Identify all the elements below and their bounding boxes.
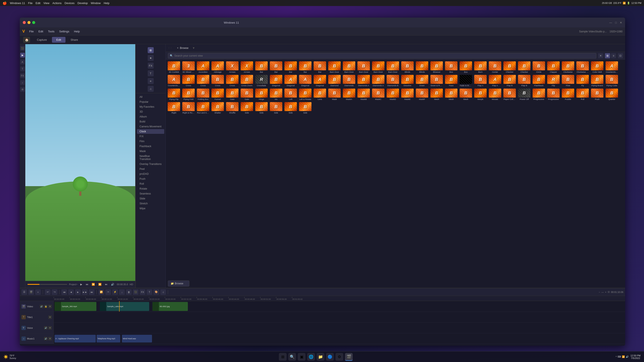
expand-button[interactable]: ⊡ — [618, 53, 623, 58]
transition-item-83[interactable]: BMorph — [474, 88, 487, 101]
transition-item-8[interactable]: BBar — [284, 61, 298, 73]
step-forward-button[interactable]: ⏩ — [98, 283, 102, 286]
add-button[interactable]: ＋ Browse — [175, 46, 190, 50]
transition-item-68[interactable]: BHinge — [254, 88, 268, 101]
search-box[interactable]: 🔍 — [168, 53, 596, 58]
minimize-button[interactable] — [28, 21, 30, 24]
transition-item-28[interactable]: BClockwise & Bal... — [576, 61, 590, 73]
transition-item-20[interactable]: BBox — [459, 61, 473, 73]
volume-button[interactable]: 🔊 — [110, 283, 115, 286]
transition-item-99[interactable]: BSide — [254, 102, 268, 114]
transition-item-70[interactable]: BLeft — [284, 88, 298, 101]
mac-menu-help[interactable]: Help — [104, 1, 110, 5]
transition-item-25[interactable]: BCircle — [532, 61, 546, 73]
transition-item-0[interactable]: B3D Confetti — [167, 61, 181, 73]
voice-track-content[interactable] — [54, 323, 625, 333]
transition-item-2[interactable]: AAccordion — [196, 61, 210, 73]
tl-forward-btn[interactable]: ►► — [82, 289, 88, 295]
transition-item-57[interactable]: RFlip — [546, 74, 560, 87]
app-menu-file[interactable]: File — [27, 29, 36, 34]
mac-menu-actions[interactable]: Actions — [52, 1, 62, 5]
tl-back-btn[interactable]: ◄ — [68, 289, 74, 295]
transition-item-44[interactable]: BDiamonds A — [357, 74, 370, 87]
transition-item-50[interactable]: BFace — [444, 74, 458, 87]
tl-audio-btn[interactable]: ♫ — [160, 289, 166, 295]
transition-item-78[interactable]: BMaskE — [400, 88, 414, 101]
close-button[interactable] — [23, 21, 26, 24]
transition-item-30[interactable]: ACounterclockwise — [605, 61, 619, 73]
video-expand-btn[interactable]: ▼ — [48, 305, 52, 308]
tl-delete-btn[interactable]: 🗑 — [126, 289, 132, 295]
mac-menu-window[interactable]: Window — [91, 1, 101, 5]
transition-item-7[interactable]: BBar — [269, 61, 283, 73]
taskbar-settings-btn[interactable]: ⚙ — [336, 353, 343, 361]
music-track-content[interactable]: A - Applause Cheering.mp3 Telephone Ring… — [54, 333, 625, 344]
transition-item-32[interactable]: BCross — [182, 74, 195, 87]
browse-button[interactable]: 📁 Browse — [168, 281, 189, 287]
transition-item-11[interactable]: BBarn Door — [328, 61, 341, 73]
home-button[interactable]: 🏠 — [23, 37, 30, 43]
category-newblue[interactable]: NewBlue Transition — [137, 154, 164, 161]
transition-item-31[interactable]: ACounterclockwi... — [167, 74, 181, 87]
sidebar-icon-star[interactable]: ★ — [148, 55, 154, 61]
mac-menu-develop[interactable]: Develop — [78, 1, 88, 5]
transition-item-47[interactable]: BDissolve — [400, 74, 414, 87]
tl-tracks-btn[interactable]: ☰ — [22, 289, 27, 295]
transition-item-80[interactable]: BMesh — [430, 88, 444, 101]
category-push[interactable]: Push — [137, 176, 164, 181]
transition-item-81[interactable]: BMesh — [444, 88, 458, 101]
tab-capture[interactable]: Capture — [33, 37, 51, 43]
transition-item-52[interactable]: BFlap A — [474, 74, 487, 87]
transition-item-95[interactable]: BRun and Stop — [196, 102, 210, 114]
tl-skip-end-btn[interactable]: ⏭ — [89, 289, 94, 295]
transition-item-37[interactable]: RCrossfade — [254, 74, 268, 87]
transition-item-85[interactable]: BPaper Collage — [503, 88, 516, 101]
music-clip-1[interactable]: Telephone Ring.mp3 — [96, 335, 120, 343]
transition-item-45[interactable]: BDiamonds A — [371, 74, 385, 87]
step-back-button[interactable]: ⏪ — [91, 283, 96, 286]
maximize-button[interactable] — [32, 21, 35, 24]
category-album[interactable]: Album — [137, 114, 164, 119]
app-menu-settings[interactable]: Settings — [57, 29, 72, 34]
apple-menu[interactable]: 🍎 — [2, 1, 7, 5]
transition-item-66[interactable]: BGate — [226, 88, 239, 101]
audio-icon[interactable]: ♪ — [20, 80, 25, 85]
voice-expand-btn[interactable]: ▼ — [48, 326, 52, 330]
title-expand-btn[interactable]: ▼ — [48, 316, 52, 319]
transition-item-88[interactable]: BProgressive — [546, 88, 560, 101]
tl-text-btn[interactable]: T — [146, 289, 152, 295]
fx2-icon[interactable]: FX — [20, 73, 25, 78]
skip-start-button[interactable]: ⏮ — [85, 283, 89, 286]
tl-video-btn[interactable]: 🎬 — [28, 289, 34, 295]
systray-keyboard[interactable]: ⌨ — [618, 355, 621, 358]
sidebar-icon-fx[interactable]: FX — [148, 63, 154, 69]
tab-edit[interactable]: Edit — [52, 37, 65, 43]
sidebar-icon-text[interactable]: T — [148, 70, 154, 76]
music-expand-btn[interactable]: ▼ — [48, 337, 52, 340]
transition-item-48[interactable]: BDown — [415, 74, 429, 87]
tl-loop-btn[interactable]: 🔁 — [98, 289, 104, 295]
transition-item-15[interactable]: BBarn Door — [386, 61, 400, 73]
transition-item-59[interactable]: BFly — [576, 74, 590, 87]
category-wipe[interactable]: Wipe — [137, 206, 164, 211]
transition-item-71[interactable]: BLeft & Rotate — [298, 88, 312, 101]
transition-item-29[interactable]: BColor Melt — [590, 61, 604, 73]
category-roll[interactable]: Roll — [137, 181, 164, 186]
video-clip-2[interactable]: BG-B02.jpg — [152, 302, 188, 311]
category-prodad[interactable]: proDAD — [137, 172, 164, 176]
transition-item-86[interactable]: BPower Off — [517, 88, 531, 101]
systray-volume[interactable]: 🔊 — [626, 355, 629, 358]
systray-arrow[interactable]: ^ — [616, 356, 617, 358]
tl-fx-btn[interactable]: FX — [140, 289, 145, 295]
tl-clip-btn[interactable]: ✂ — [106, 289, 111, 295]
window-maximize-icon[interactable]: □ — [615, 21, 617, 24]
transition-item-97[interactable]: BShuffle — [226, 102, 239, 114]
transition-item-92[interactable]: BQuarter — [605, 88, 619, 101]
music-mute-btn[interactable]: 🔊 — [44, 337, 48, 340]
taskbar-edge-btn[interactable]: 🌐 — [307, 353, 315, 361]
app-menu-edit[interactable]: Edit — [36, 29, 45, 34]
taskbar-chrome-btn[interactable]: 🔵 — [326, 353, 334, 361]
transition-item-6[interactable]: BBar — [254, 61, 268, 73]
zoom-out-icon[interactable]: − — [599, 291, 600, 293]
tl-undo-btn[interactable]: ↩ — [45, 289, 50, 295]
